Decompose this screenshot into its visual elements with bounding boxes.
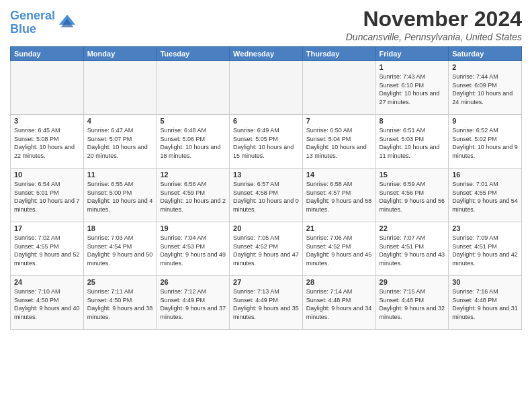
day-number: 10 xyxy=(14,171,80,179)
header-sunday: Sunday xyxy=(11,47,84,61)
table-row: 19Sunrise: 7:04 AM Sunset: 4:53 PM Dayli… xyxy=(157,222,230,276)
header-thursday: Thursday xyxy=(302,47,375,61)
cell-info: Sunrise: 7:11 AM Sunset: 4:50 PM Dayligh… xyxy=(87,287,153,321)
table-row xyxy=(230,61,303,115)
day-number: 30 xyxy=(452,278,518,286)
table-row: 23Sunrise: 7:09 AM Sunset: 4:51 PM Dayli… xyxy=(449,222,522,276)
table-row: 14Sunrise: 6:58 AM Sunset: 4:57 PM Dayli… xyxy=(302,169,375,222)
cell-info: Sunrise: 7:04 AM Sunset: 4:53 PM Dayligh… xyxy=(160,234,226,267)
logo-text: GeneralBlue xyxy=(10,9,55,36)
day-number: 21 xyxy=(306,224,372,232)
day-number: 27 xyxy=(233,278,299,286)
table-row: 26Sunrise: 7:12 AM Sunset: 4:49 PM Dayli… xyxy=(157,276,230,330)
table-row: 7Sunrise: 6:50 AM Sunset: 5:04 PM Daylig… xyxy=(302,115,375,169)
calendar-week-row: 24Sunrise: 7:10 AM Sunset: 4:50 PM Dayli… xyxy=(11,276,522,330)
table-row xyxy=(302,61,375,115)
day-number: 12 xyxy=(160,171,226,179)
cell-info: Sunrise: 7:14 AM Sunset: 4:48 PM Dayligh… xyxy=(306,287,372,321)
day-number: 17 xyxy=(14,224,80,232)
cell-info: Sunrise: 6:56 AM Sunset: 4:59 PM Dayligh… xyxy=(160,180,226,214)
day-number: 2 xyxy=(452,63,518,71)
day-number: 22 xyxy=(380,224,445,232)
cell-info: Sunrise: 6:58 AM Sunset: 4:57 PM Dayligh… xyxy=(306,180,372,214)
table-row: 15Sunrise: 6:59 AM Sunset: 4:56 PM Dayli… xyxy=(375,169,449,222)
calendar-week-row: 17Sunrise: 7:02 AM Sunset: 4:55 PM Dayli… xyxy=(11,222,522,276)
table-row: 9Sunrise: 6:52 AM Sunset: 5:02 PM Daylig… xyxy=(449,115,522,169)
calendar-header-row: Sunday Monday Tuesday Wednesday Thursday… xyxy=(11,47,522,61)
day-number: 4 xyxy=(87,117,153,125)
day-number: 23 xyxy=(452,224,518,232)
location: Duncansville, Pennsylvania, United State… xyxy=(346,32,522,42)
table-row: 18Sunrise: 7:03 AM Sunset: 4:54 PM Dayli… xyxy=(83,222,157,276)
day-number: 29 xyxy=(380,278,445,286)
table-row: 1Sunrise: 7:43 AM Sunset: 6:10 PM Daylig… xyxy=(375,61,449,115)
cell-info: Sunrise: 7:09 AM Sunset: 4:51 PM Dayligh… xyxy=(452,234,518,267)
day-number: 24 xyxy=(14,278,80,286)
day-number: 7 xyxy=(306,117,372,125)
day-number: 1 xyxy=(380,63,445,71)
cell-info: Sunrise: 6:55 AM Sunset: 5:00 PM Dayligh… xyxy=(87,180,153,214)
cell-info: Sunrise: 6:48 AM Sunset: 5:06 PM Dayligh… xyxy=(160,126,226,160)
day-number: 9 xyxy=(452,117,518,125)
day-number: 19 xyxy=(160,224,226,232)
cell-info: Sunrise: 7:12 AM Sunset: 4:49 PM Dayligh… xyxy=(160,287,226,321)
month-title: November 2024 xyxy=(346,7,522,32)
day-number: 11 xyxy=(87,171,153,179)
cell-info: Sunrise: 7:10 AM Sunset: 4:50 PM Dayligh… xyxy=(14,287,80,321)
table-row: 16Sunrise: 7:01 AM Sunset: 4:55 PM Dayli… xyxy=(449,169,522,222)
cell-info: Sunrise: 7:44 AM Sunset: 6:09 PM Dayligh… xyxy=(452,73,518,106)
cell-info: Sunrise: 7:06 AM Sunset: 4:52 PM Dayligh… xyxy=(306,234,372,267)
cell-info: Sunrise: 6:49 AM Sunset: 5:05 PM Dayligh… xyxy=(233,126,299,160)
table-row: 6Sunrise: 6:49 AM Sunset: 5:05 PM Daylig… xyxy=(230,115,303,169)
cell-info: Sunrise: 7:43 AM Sunset: 6:10 PM Dayligh… xyxy=(380,73,445,106)
table-row: 17Sunrise: 7:02 AM Sunset: 4:55 PM Dayli… xyxy=(11,222,84,276)
table-row: 27Sunrise: 7:13 AM Sunset: 4:49 PM Dayli… xyxy=(230,276,303,330)
day-number: 28 xyxy=(306,278,372,286)
table-row: 21Sunrise: 7:06 AM Sunset: 4:52 PM Dayli… xyxy=(302,222,375,276)
day-number: 26 xyxy=(160,278,226,286)
cell-info: Sunrise: 7:05 AM Sunset: 4:52 PM Dayligh… xyxy=(233,234,299,267)
table-row: 8Sunrise: 6:51 AM Sunset: 5:03 PM Daylig… xyxy=(375,115,449,169)
title-area: November 2024 Duncansville, Pennsylvania… xyxy=(346,7,522,42)
cell-info: Sunrise: 6:52 AM Sunset: 5:02 PM Dayligh… xyxy=(452,126,518,160)
table-row: 29Sunrise: 7:15 AM Sunset: 4:48 PM Dayli… xyxy=(375,276,449,330)
day-number: 14 xyxy=(306,171,372,179)
cell-info: Sunrise: 6:45 AM Sunset: 5:08 PM Dayligh… xyxy=(14,126,80,160)
table-row xyxy=(11,61,84,115)
calendar-week-row: 10Sunrise: 6:54 AM Sunset: 5:01 PM Dayli… xyxy=(11,169,522,222)
day-number: 15 xyxy=(380,171,445,179)
table-row: 4Sunrise: 6:47 AM Sunset: 5:07 PM Daylig… xyxy=(83,115,157,169)
cell-info: Sunrise: 6:51 AM Sunset: 5:03 PM Dayligh… xyxy=(380,126,445,160)
table-row: 20Sunrise: 7:05 AM Sunset: 4:52 PM Dayli… xyxy=(230,222,303,276)
table-row: 24Sunrise: 7:10 AM Sunset: 4:50 PM Dayli… xyxy=(11,276,84,330)
day-number: 20 xyxy=(233,224,299,232)
table-row: 25Sunrise: 7:11 AM Sunset: 4:50 PM Dayli… xyxy=(83,276,157,330)
day-number: 5 xyxy=(160,117,226,125)
table-row: 3Sunrise: 6:45 AM Sunset: 5:08 PM Daylig… xyxy=(11,115,84,169)
cell-info: Sunrise: 7:01 AM Sunset: 4:55 PM Dayligh… xyxy=(452,180,518,214)
cell-info: Sunrise: 7:16 AM Sunset: 4:48 PM Dayligh… xyxy=(452,287,518,321)
day-number: 6 xyxy=(233,117,299,125)
table-row: 13Sunrise: 6:57 AM Sunset: 4:58 PM Dayli… xyxy=(230,169,303,222)
cell-info: Sunrise: 7:02 AM Sunset: 4:55 PM Dayligh… xyxy=(14,234,80,267)
cell-info: Sunrise: 7:13 AM Sunset: 4:49 PM Dayligh… xyxy=(233,287,299,321)
table-row: 10Sunrise: 6:54 AM Sunset: 5:01 PM Dayli… xyxy=(11,169,84,222)
cell-info: Sunrise: 7:07 AM Sunset: 4:51 PM Dayligh… xyxy=(380,234,445,267)
cell-info: Sunrise: 6:47 AM Sunset: 5:07 PM Dayligh… xyxy=(87,126,153,160)
table-row xyxy=(157,61,230,115)
day-number: 13 xyxy=(233,171,299,179)
header-wednesday: Wednesday xyxy=(230,47,303,61)
cell-info: Sunrise: 6:59 AM Sunset: 4:56 PM Dayligh… xyxy=(380,180,445,214)
cell-info: Sunrise: 6:57 AM Sunset: 4:58 PM Dayligh… xyxy=(233,180,299,214)
table-row: 30Sunrise: 7:16 AM Sunset: 4:48 PM Dayli… xyxy=(449,276,522,330)
cell-info: Sunrise: 6:50 AM Sunset: 5:04 PM Dayligh… xyxy=(306,126,372,160)
table-row: 22Sunrise: 7:07 AM Sunset: 4:51 PM Dayli… xyxy=(375,222,449,276)
calendar-table: Sunday Monday Tuesday Wednesday Thursday… xyxy=(10,46,522,330)
table-row xyxy=(83,61,157,115)
header-monday: Monday xyxy=(83,47,157,61)
table-row: 12Sunrise: 6:56 AM Sunset: 4:59 PM Dayli… xyxy=(157,169,230,222)
page: GeneralBlue November 2024 Duncansville, … xyxy=(0,0,532,411)
day-number: 25 xyxy=(87,278,153,286)
table-row: 28Sunrise: 7:14 AM Sunset: 4:48 PM Dayli… xyxy=(302,276,375,330)
day-number: 8 xyxy=(380,117,445,125)
